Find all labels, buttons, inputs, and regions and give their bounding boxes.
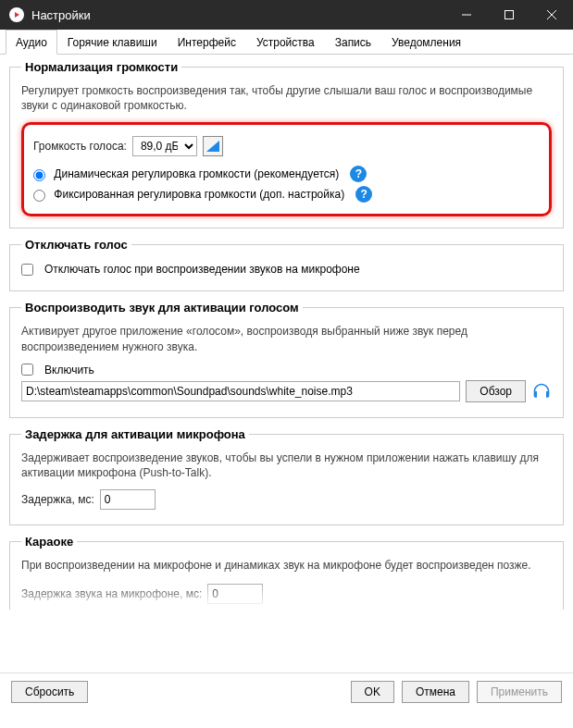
apply-button[interactable]: Применить	[477, 681, 562, 703]
maximize-button[interactable]	[488, 0, 530, 30]
browse-button[interactable]: Обзор	[466, 380, 526, 402]
tab-notifications[interactable]: Уведомления	[381, 30, 471, 55]
radio-fixed[interactable]	[33, 190, 45, 202]
group-mute-voice-legend: Отключать голос	[21, 238, 131, 252]
volume-meter-icon[interactable]	[203, 136, 223, 156]
radio-dynamic-text: Динамическая регулировка громкости (реко…	[54, 167, 339, 180]
karaoke-delay-label: Задержка звука на микрофоне, мс:	[21, 587, 202, 600]
mute-voice-checkbox-label[interactable]: Отключать голос при воспроизведении звук…	[21, 263, 552, 276]
cancel-button[interactable]: Отмена	[402, 681, 469, 703]
group-normalization-legend: Нормализация громкости	[21, 60, 181, 74]
group-mute-voice: Отключать голос Отключать голос при восп…	[9, 238, 564, 291]
voice-activation-desc: Активирует другое приложение «голосом», …	[21, 324, 552, 353]
titlebar: Настройки	[0, 0, 573, 30]
button-bar: Сбросить OK Отмена Применить	[0, 672, 573, 714]
window-title: Настройки	[31, 8, 91, 22]
radio-dynamic-label[interactable]: Динамическая регулировка громкости (реко…	[33, 167, 339, 180]
group-mic-delay-legend: Задержка для активации микрофона	[21, 427, 249, 441]
close-button[interactable]	[530, 0, 573, 30]
mute-voice-text: Отключать голос при воспроизведении звук…	[44, 263, 360, 276]
group-karaoke-legend: Караоке	[21, 535, 77, 549]
radio-dynamic[interactable]	[33, 169, 45, 181]
tab-audio[interactable]: Аудио	[6, 30, 57, 55]
help-icon[interactable]: ?	[355, 186, 372, 203]
content: Нормализация громкости Регулирует громко…	[0, 55, 573, 672]
mic-delay-label: Задержка, мс:	[21, 493, 94, 506]
voice-activation-enable-text: Включить	[44, 364, 94, 376]
voice-activation-enable-label[interactable]: Включить	[21, 364, 552, 376]
minimize-button[interactable]	[445, 0, 488, 30]
group-voice-activation: Воспроизводить звук для активации голосо…	[9, 301, 564, 417]
radio-fixed-label[interactable]: Фиксированная регулировка громкости (доп…	[33, 188, 344, 201]
radio-fixed-text: Фиксированная регулировка громкости (доп…	[54, 188, 344, 201]
voice-activation-path-input[interactable]	[21, 381, 460, 401]
help-icon[interactable]: ?	[350, 166, 367, 182]
tabs: Аудио Горячие клавиши Интерфейс Устройст…	[0, 30, 573, 55]
voice-volume-label: Громкость голоса:	[33, 140, 127, 153]
voice-volume-select[interactable]: 89,0 дБ	[132, 136, 197, 156]
reset-button[interactable]: Сбросить	[11, 681, 88, 703]
mic-delay-input[interactable]	[100, 489, 156, 510]
ok-button[interactable]: OK	[351, 681, 394, 703]
tab-devices[interactable]: Устройства	[246, 30, 325, 55]
voice-activation-enable-checkbox[interactable]	[21, 364, 33, 376]
mute-voice-checkbox[interactable]	[21, 264, 33, 276]
group-normalization: Нормализация громкости Регулирует громко…	[9, 60, 564, 228]
karaoke-delay-input[interactable]	[207, 584, 263, 604]
tab-interface[interactable]: Интерфейс	[168, 30, 246, 55]
karaoke-desc: При воспроизведении на микрофоне и динам…	[21, 558, 552, 573]
window-controls	[445, 0, 573, 30]
normalization-desc: Регулирует громкость воспроизведения так…	[21, 83, 552, 113]
app-icon	[9, 7, 24, 22]
group-voice-activation-legend: Воспроизводить звук для активации голосо…	[21, 301, 303, 315]
group-mic-delay: Задержка для активации микрофона Задержи…	[9, 427, 564, 525]
tab-record[interactable]: Запись	[325, 30, 381, 55]
svg-marker-4	[206, 141, 219, 152]
highlighted-region: Громкость голоса: 89,0 дБ Динамическая р…	[21, 122, 552, 216]
svg-rect-1	[505, 11, 514, 19]
group-karaoke: Караоке При воспроизведении на микрофоне…	[9, 535, 564, 610]
mic-delay-desc: Задерживает воспроизведение звуков, чтоб…	[21, 450, 552, 480]
tab-hotkeys[interactable]: Горячие клавиши	[57, 30, 168, 55]
headphones-icon[interactable]	[531, 381, 552, 401]
